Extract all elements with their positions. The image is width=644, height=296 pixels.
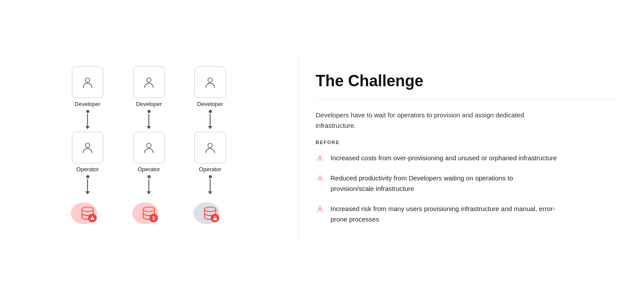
- svg-rect-17: [320, 176, 320, 179]
- svg-point-7: [147, 143, 151, 148]
- dollar-badge-1: $: [149, 214, 158, 222]
- arrow-5: [208, 110, 212, 129]
- developer-box-1: [72, 67, 103, 98]
- operator-label-3: Operator: [199, 166, 221, 173]
- svg-point-10: [208, 78, 212, 82]
- svg-rect-4: [92, 218, 92, 219]
- lock-icon: [213, 216, 218, 221]
- before-label: BEFORE: [316, 140, 618, 145]
- warning-triangle-icon: [90, 215, 95, 221]
- diagram-column-2: Developer Operator: [131, 67, 166, 229]
- title-divider: [316, 99, 618, 99]
- bullet-text-1: Increased costs from over-provisioning a…: [331, 153, 557, 163]
- arrow-1: [85, 110, 90, 129]
- operator-label-2: Operator: [137, 166, 160, 173]
- diagram-column-3: Developer Operator: [193, 67, 228, 229]
- operator-box-2: [133, 132, 165, 163]
- left-panel: Developer Operator: [0, 49, 298, 247]
- svg-rect-5: [92, 219, 92, 219]
- svg-point-6: [147, 78, 151, 82]
- svg-rect-16: [320, 159, 320, 160]
- person-icon-3: [203, 75, 217, 89]
- svg-point-9: [143, 207, 155, 211]
- svg-point-11: [208, 143, 212, 148]
- arrow-3: [147, 110, 151, 129]
- arrow-4: [147, 175, 151, 194]
- operator-box-3: [194, 132, 226, 163]
- person-icon-1: [81, 75, 95, 89]
- warning-icon-1: [316, 153, 324, 162]
- operator-icon-2: [142, 141, 156, 155]
- bullet-item-1: Increased costs from over-provisioning a…: [316, 153, 618, 163]
- svg-rect-18: [320, 179, 320, 180]
- db-container-3: [193, 199, 228, 229]
- svg-rect-14: [214, 218, 217, 220]
- page-container: Developer Operator: [0, 0, 644, 296]
- developer-box-2: [133, 67, 165, 98]
- developer-label-2: Developer: [136, 101, 162, 107]
- section-title: The Challenge: [316, 72, 618, 90]
- right-panel: The Challenge Developers have to wait fo…: [298, 54, 644, 242]
- svg-point-13: [204, 207, 216, 211]
- arrow-2: [85, 175, 90, 194]
- bullet-item-3: Increased risk from many users provision…: [316, 204, 618, 225]
- lock-badge-1: [211, 214, 219, 222]
- svg-point-1: [85, 143, 90, 148]
- warning-icon-2: [316, 173, 324, 182]
- svg-point-3: [82, 207, 93, 211]
- svg-rect-20: [320, 210, 320, 211]
- bullet-item-2: Reduced productivity from Developers wai…: [316, 173, 618, 194]
- svg-rect-19: [320, 207, 320, 209]
- svg-point-0: [85, 78, 90, 82]
- developer-label-1: Developer: [74, 101, 100, 107]
- operator-icon-1: [81, 141, 95, 155]
- db-container-2: $: [131, 199, 166, 229]
- person-icon-2: [142, 75, 156, 89]
- operator-box-1: [72, 132, 103, 163]
- developer-label-3: Developer: [197, 101, 223, 107]
- arrow-6: [208, 175, 212, 194]
- warning-badge-1: [88, 214, 97, 222]
- svg-rect-15: [320, 156, 320, 159]
- bullet-list: Increased costs from over-provisioning a…: [316, 153, 618, 225]
- operator-label-1: Operator: [76, 166, 99, 173]
- warning-icon-3: [316, 204, 324, 213]
- db-container-1: [70, 199, 105, 229]
- intro-text: Developers have to wait for operators to…: [316, 110, 535, 131]
- developer-box-3: [194, 67, 226, 98]
- diagram: Developer Operator: [70, 67, 228, 229]
- bullet-text-3: Increased risk from many users provision…: [331, 204, 558, 225]
- operator-icon-3: [203, 141, 217, 155]
- bullet-text-2: Reduced productivity from Developers wai…: [331, 173, 558, 194]
- diagram-column-1: Developer Operator: [70, 67, 105, 229]
